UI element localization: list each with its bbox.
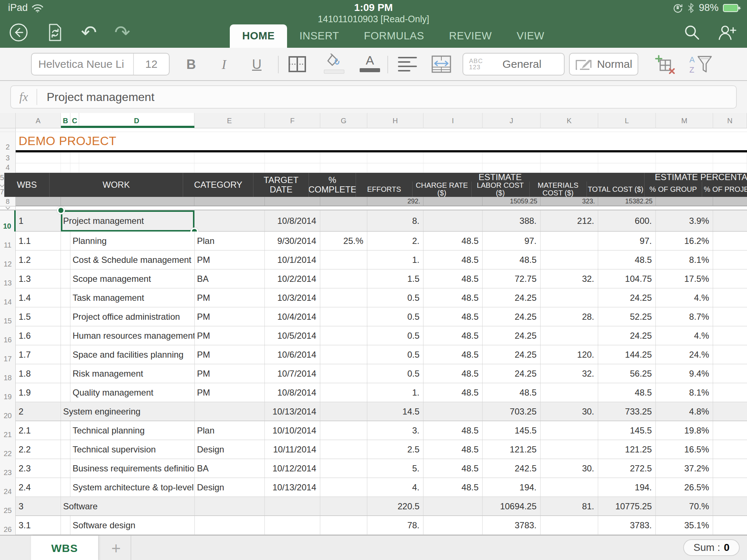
cell-category[interactable]: PM [194,345,265,364]
cell-efforts[interactable]: 0.5 [367,288,423,307]
cell-charge-rate[interactable] [423,402,483,421]
sum-indicator[interactable]: Sum : 0 [683,539,740,556]
cell-target-date[interactable]: 10/13/2014 [265,402,320,421]
cell-charge-rate[interactable]: 48.5 [423,459,483,478]
cell-pct-complete[interactable] [320,383,367,402]
sheet-title-cell[interactable]: DEMO PROJECT [16,134,116,148]
cell-total-cost[interactable]: 194. [598,478,656,497]
header-category[interactable]: CATEGORY [183,173,253,197]
cell-charge-rate[interactable]: 48.5 [423,269,483,288]
cell-work[interactable]: System engineering [61,402,194,421]
cell-charge-rate[interactable]: 48.5 [423,326,483,345]
row-number[interactable]: 21 [0,421,16,440]
cell-pct-complete[interactable] [320,288,367,307]
cell-work[interactable]: Space and facilities planning [70,345,194,364]
cell-wbs[interactable]: 3 [16,497,61,516]
cell-work[interactable]: Software design [70,516,194,535]
cell-target-date[interactable]: 10/11/2014 [265,440,320,459]
cell-indent[interactable] [61,440,70,459]
empty-cell[interactable] [541,152,598,163]
cell-total-cost[interactable]: 121.25 [598,440,656,459]
row-number[interactable]: 16 [0,326,16,345]
cell-wbs[interactable]: 1.7 [16,345,61,364]
cell-materials-cost[interactable]: 32. [541,269,598,288]
cell-pct-of-project[interactable] [713,364,747,383]
cell-charge-rate[interactable]: 48.5 [423,250,483,269]
cell-pct-complete[interactable] [320,459,367,478]
cell-target-date[interactable]: 10/5/2014 [265,326,320,345]
cell-pct-of-group[interactable]: 8.1% [656,250,713,269]
cell-pct-complete[interactable] [320,307,367,326]
cell-total-cost[interactable]: 10775.25 [598,497,656,516]
tab-insert[interactable]: INSERT [287,24,352,48]
cell-labor-cost[interactable]: 24.25 [483,326,541,345]
row-number[interactable]: 3 [0,152,16,163]
cell-pct-of-project[interactable] [713,232,747,250]
sort-filter-button[interactable]: A Z [689,54,713,75]
cell-pct-of-project[interactable] [713,459,747,478]
cell-wbs[interactable]: 1 [16,210,61,232]
column-header-a[interactable]: A [16,113,61,128]
cell-efforts[interactable]: 4. [367,478,423,497]
cell-wbs[interactable]: 1.9 [16,383,61,402]
font-picker[interactable]: Helvetica Neue Li 12 [31,53,170,75]
cell-pct-of-project[interactable] [713,440,747,459]
cell-pct-of-group[interactable]: 24.% [656,345,713,364]
row-number[interactable]: 22 [0,440,16,459]
cell-category[interactable]: Plan [194,232,265,250]
empty-cell[interactable] [656,152,713,163]
cell-wbs[interactable]: 1.1 [16,232,61,250]
total-efforts[interactable]: 292. [367,197,423,206]
empty-cell[interactable] [79,152,194,163]
cell-target-date[interactable]: 10/12/2014 [265,459,320,478]
cell-pct-of-group[interactable]: 26.5% [656,478,713,497]
cell-pct-of-group[interactable]: 3.9% [656,210,713,232]
cell-target-date[interactable]: 10/13/2014 [265,478,320,497]
cell-labor-cost[interactable]: 48.5 [483,250,541,269]
cell-indent[interactable] [61,269,70,288]
cell-labor-cost[interactable]: 242.5 [483,459,541,478]
italic-button[interactable]: I [212,54,236,75]
cell-materials-cost[interactable]: 212. [541,210,598,232]
cell-indent[interactable] [61,421,70,440]
cell-charge-rate[interactable]: 48.5 [423,478,483,497]
cell-indent[interactable] [61,383,70,402]
cell-labor-cost[interactable]: 24.25 [483,345,541,364]
cell-total-cost[interactable]: 24.25 [598,326,656,345]
cell-charge-rate[interactable]: 48.5 [423,345,483,364]
tab-home[interactable]: HOME [230,24,287,48]
cell-indent[interactable] [61,478,70,497]
cell-labor-cost[interactable]: 3783. [483,516,541,535]
cell-pct-of-project[interactable] [713,383,747,402]
cell-pct-of-project[interactable] [713,269,747,288]
empty-cell[interactable] [483,163,541,172]
column-header-i[interactable]: I [423,113,483,128]
cell-indent[interactable] [61,345,70,364]
empty-cell[interactable] [265,163,320,172]
header-pct-of-group[interactable]: % OF GROUP [645,182,702,197]
cell-category[interactable]: Plan [194,421,265,440]
cell-work[interactable]: Quality management [70,383,194,402]
cell-pct-of-group[interactable]: 4.% [656,326,713,345]
cell-indent[interactable] [61,326,70,345]
empty-cell[interactable] [598,163,656,172]
cell-category[interactable] [194,210,265,232]
cell-materials-cost[interactable] [541,516,598,535]
total-labor[interactable]: 15059.25 [483,197,541,206]
selection-handle-top-left[interactable] [57,206,65,214]
cell-efforts[interactable]: 14.5 [367,402,423,421]
row-number[interactable]: 13 [0,269,16,288]
empty-cell[interactable] [79,163,194,172]
empty-cell[interactable] [61,163,70,172]
cell-pct-complete[interactable] [320,250,367,269]
back-button[interactable] [9,23,28,42]
cell-pct-of-project[interactable] [713,250,747,269]
header-charge-rate[interactable]: CHARGE RATE ($) [412,182,471,197]
empty-cell[interactable] [194,152,265,163]
cell-total-cost[interactable]: 48.5 [598,383,656,402]
row-number[interactable]: 17 [0,345,16,364]
empty-cell[interactable] [483,152,541,163]
header-labor-cost[interactable]: LABOR COST ($) [471,182,529,197]
cell-category[interactable] [194,497,265,516]
cell-styles-picker[interactable]: Normal [569,53,638,75]
